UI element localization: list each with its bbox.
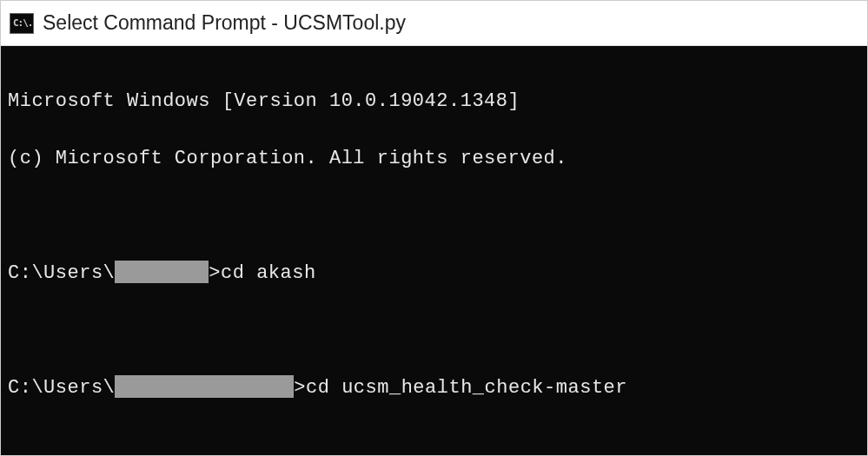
terminal-line: C:\Users\>cd ucsm_health_check-master	[8, 373, 860, 402]
redacted-block	[115, 375, 294, 398]
terminal-blank-line	[8, 316, 860, 345]
terminal-blank-line	[8, 202, 860, 230]
prompt-prefix: C:\Users\	[8, 262, 115, 284]
terminal-line: C:\Users\>cd akash	[8, 259, 860, 287]
terminal-line: Microsoft Windows [Version 10.0.19042.13…	[8, 87, 860, 116]
terminal-output[interactable]: Microsoft Windows [Version 10.0.19042.13…	[1, 46, 867, 455]
prompt-prefix: C:\Users\	[8, 377, 115, 399]
terminal-blank-line	[8, 431, 860, 456]
cmd-icon: C:\.	[10, 13, 34, 34]
command-text: >cd akash	[209, 262, 315, 284]
window-titlebar: C:\. Select Command Prompt - UCSMTool.py	[1, 1, 867, 46]
redacted-block	[115, 261, 209, 283]
terminal-line: (c) Microsoft Corporation. All rights re…	[8, 144, 860, 173]
command-text: >cd ucsm_health_check-master	[294, 377, 627, 399]
window-title: Select Command Prompt - UCSMTool.py	[43, 11, 406, 35]
